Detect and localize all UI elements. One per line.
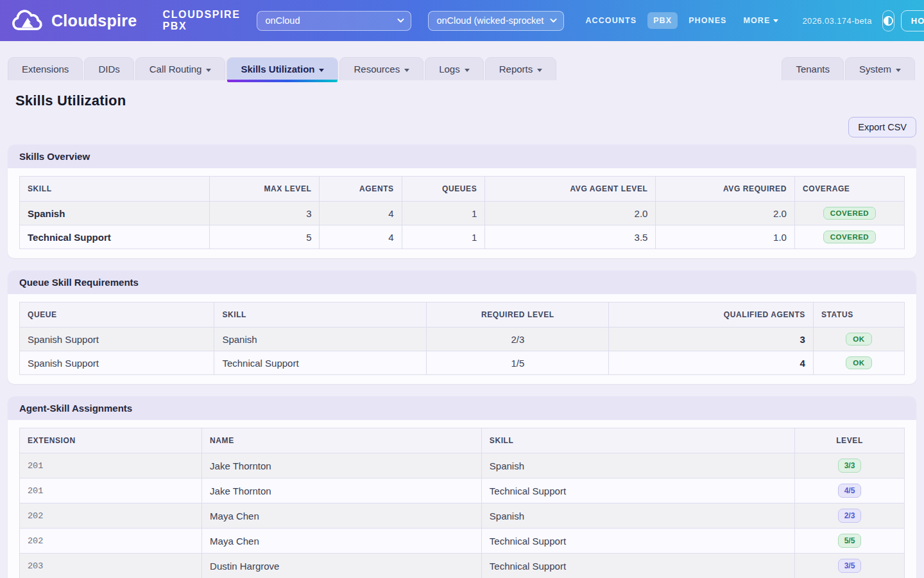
column-header: SKILL: [20, 177, 210, 202]
nav-link-pbx[interactable]: PBX: [647, 12, 678, 29]
level-badge: 3/3: [838, 459, 862, 473]
tab-extensions[interactable]: Extensions: [8, 57, 83, 80]
skills-overview-card: Skills Overview SKILL MAX LEVEL AGENTS Q…: [8, 144, 916, 258]
cell-skill: Technical Support: [481, 529, 794, 554]
table-row: Spanish 3 4 1 2.0 2.0 COVERED: [20, 202, 905, 225]
column-header: SKILL: [214, 302, 427, 328]
table-header-row: QUEUE SKILL REQUIRED LEVEL QUALIFIED AGE…: [20, 302, 905, 328]
table-header-row: EXTENSION NAME SKILL LEVEL: [20, 428, 905, 453]
cell-extension: 203: [20, 554, 202, 578]
table-row: Spanish Support Spanish 2/3 3 OK: [20, 328, 905, 351]
cell-avg-agent-level: 3.5: [485, 225, 656, 249]
column-header: STATUS: [813, 302, 904, 328]
cell-name: Jake Thornton: [202, 478, 482, 504]
cell-qualified-agents: 3: [609, 328, 814, 351]
column-header: AVG REQUIRED: [656, 177, 795, 202]
server-select[interactable]: onCloud: [257, 11, 411, 31]
cell-skill: Technical Support: [20, 225, 210, 249]
level-badge: 2/3: [838, 509, 862, 523]
level-badge: 4/5: [838, 484, 862, 498]
main-content: Skills Utilization Export CSV Skills Ove…: [0, 92, 924, 578]
caret-down-icon: [773, 19, 778, 22]
tab-system[interactable]: System: [845, 57, 915, 80]
caret-down-icon: [404, 69, 409, 72]
cell-status: OK: [813, 351, 904, 375]
theme-toggle-button[interactable]: [882, 10, 894, 31]
column-header: EXTENSION: [20, 428, 202, 453]
cell-coverage: COVERED: [794, 225, 904, 249]
cell-level: 5/5: [794, 529, 904, 554]
coverage-badge: COVERED: [823, 207, 876, 220]
table-row: 202 Maya Chen Technical Support 5/5: [20, 529, 905, 554]
skills-overview-table: SKILL MAX LEVEL AGENTS QUEUES AVG AGENT …: [19, 176, 905, 249]
brand-name: Cloudspire: [51, 12, 137, 30]
column-header: REQUIRED LEVEL: [427, 302, 609, 328]
nav-link-more[interactable]: MORE: [738, 12, 785, 29]
cell-queues: 1: [402, 202, 485, 225]
nav-link-phones[interactable]: PHONES: [683, 12, 732, 29]
level-badge: 3/5: [838, 559, 862, 573]
cell-extension: 202: [20, 504, 202, 529]
cell-coverage: COVERED: [794, 202, 904, 225]
cell-level: 3/5: [794, 554, 904, 578]
column-header: NAME: [202, 428, 482, 453]
tab-resources[interactable]: Resources: [339, 57, 424, 80]
cell-avg-agent-level: 2.0: [485, 202, 656, 225]
export-csv-button[interactable]: Export CSV: [848, 117, 916, 137]
cell-status: OK: [813, 328, 904, 351]
tenant-select[interactable]: onCloud (wicked-sprockets): [428, 11, 564, 31]
cell-queue: Spanish Support: [20, 328, 214, 351]
table-row: 201 Jake Thornton Spanish 3/3: [20, 453, 905, 478]
tab-skills-utilization[interactable]: Skills Utilization: [227, 57, 338, 80]
cell-extension: 202: [20, 529, 202, 554]
caret-down-icon: [896, 69, 901, 72]
table-row: 203 Dustin Hargrove Technical Support 3/…: [20, 554, 905, 578]
tab-call-routing[interactable]: Call Routing: [135, 57, 226, 80]
cell-level: 2/3: [794, 504, 904, 529]
cell-avg-required: 1.0: [656, 225, 795, 249]
column-header: COVERAGE: [794, 177, 904, 202]
cell-skill: Technical Support: [214, 351, 427, 375]
agent-skill-assignments-card: Agent-Skill Assignments EXTENSION NAME S…: [8, 396, 916, 578]
column-header: MAX LEVEL: [210, 177, 320, 202]
cell-agents: 4: [320, 225, 402, 249]
actions-row: Export CSV: [8, 117, 916, 137]
table-row: Spanish Support Technical Support 1/5 4 …: [20, 351, 905, 375]
tab-reports[interactable]: Reports: [485, 57, 557, 80]
cell-name: Maya Chen: [202, 504, 482, 529]
top-navbar: Cloudspire CLOUDSPIRE PBX onCloud onClou…: [0, 0, 924, 41]
brand-logo[interactable]: Cloudspire: [10, 8, 137, 33]
cell-skill: Spanish: [481, 504, 794, 529]
cell-required-level: 1/5: [427, 351, 609, 375]
cell-name: Dustin Hargrove: [202, 554, 482, 578]
column-header: QUEUE: [20, 302, 214, 328]
status-badge: OK: [846, 333, 871, 346]
card-body: EXTENSION NAME SKILL LEVEL 201 Jake Thor…: [8, 420, 916, 578]
caret-down-icon: [537, 69, 542, 72]
column-header: AGENTS: [320, 177, 402, 202]
queue-skill-requirements-card: Queue Skill Requirements QUEUE SKILL REQ…: [8, 270, 916, 384]
column-header: QUEUES: [402, 177, 485, 202]
queue-skill-requirements-table: QUEUE SKILL REQUIRED LEVEL QUALIFIED AGE…: [19, 302, 905, 375]
contrast-icon: [883, 15, 894, 26]
column-header: AVG AGENT LEVEL: [485, 177, 656, 202]
nav-links: ACCOUNTS PBX PHONES MORE: [579, 12, 784, 29]
home-button[interactable]: HOME: [901, 10, 924, 31]
caret-down-icon: [465, 69, 470, 72]
tab-logs[interactable]: Logs: [425, 57, 484, 80]
table-row: 202 Maya Chen Spanish 2/3: [20, 504, 905, 529]
tab-dids[interactable]: DIDs: [84, 57, 133, 80]
tenant-select-wrap: onCloud (wicked-sprockets): [428, 11, 564, 31]
coverage-badge: COVERED: [823, 231, 876, 243]
product-title: CLOUDSPIRE PBX: [163, 9, 241, 32]
cell-level: 3/3: [794, 453, 904, 478]
cell-skill: Spanish: [214, 328, 427, 351]
table-header-row: SKILL MAX LEVEL AGENTS QUEUES AVG AGENT …: [20, 177, 905, 202]
cell-max-level: 3: [210, 202, 320, 225]
card-title: Queue Skill Requirements: [8, 270, 916, 294]
tab-tenants[interactable]: Tenants: [782, 57, 844, 80]
cell-extension: 201: [20, 478, 202, 504]
nav-link-accounts[interactable]: ACCOUNTS: [579, 12, 642, 29]
cell-queue: Spanish Support: [20, 351, 214, 375]
column-header: QUALIFIED AGENTS: [609, 302, 814, 328]
